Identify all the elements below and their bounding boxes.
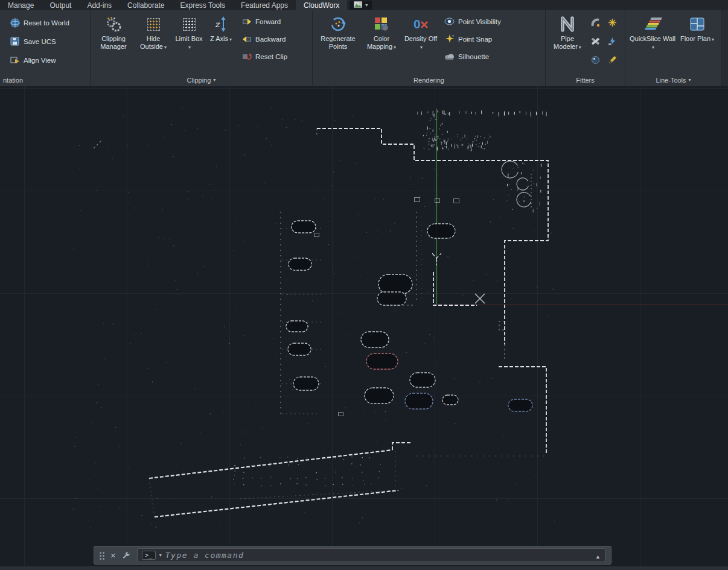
- button-label: Forward: [255, 18, 281, 25]
- color-swatches-icon: [374, 13, 389, 35]
- dotted-box-orange-icon: [147, 13, 160, 35]
- reset-to-world-button[interactable]: Reset to World: [10, 17, 69, 28]
- caret-down-icon: [712, 37, 714, 42]
- tab-collaborate[interactable]: Collaborate: [120, 0, 172, 10]
- z-axis-icon: z: [214, 13, 228, 35]
- drag-grip-icon[interactable]: [100, 551, 105, 560]
- sphere-icon[interactable]: [591, 55, 600, 65]
- button-label: Backward: [255, 36, 286, 43]
- ribbon-empty-area: [722, 10, 728, 86]
- caret-down-icon[interactable]: [159, 553, 162, 558]
- clipping-manager-button[interactable]: Clipping Manager: [95, 11, 132, 74]
- point-visibility-icon: [444, 16, 455, 27]
- panel-label-text: Rendering: [413, 77, 444, 84]
- caret-down-icon: [579, 45, 581, 50]
- button-label: Regenerate Points: [321, 35, 356, 50]
- dotted-box-icon: [183, 13, 196, 35]
- button-label: Z Axis: [210, 35, 228, 42]
- wrench-icon[interactable]: [121, 550, 132, 560]
- tab-manage[interactable]: Manage: [0, 0, 42, 10]
- button-label: Save UCS: [24, 38, 56, 45]
- slice-stack-icon: [642, 13, 663, 35]
- caret-down-icon: [365, 3, 368, 8]
- pipe-modeler-button[interactable]: Pipe Modeler: [550, 11, 585, 74]
- tab-express-tools[interactable]: Express Tools: [172, 0, 232, 10]
- command-input-box[interactable]: [137, 548, 605, 562]
- point-visibility-button[interactable]: Point Visibility: [444, 16, 501, 27]
- panel-label-rendering[interactable]: Rendering: [313, 74, 545, 86]
- button-label: Floor Plan: [680, 35, 710, 42]
- tab-add-ins[interactable]: Add-ins: [79, 0, 120, 10]
- pencil-icon[interactable]: [608, 55, 617, 65]
- caret-up-icon[interactable]: [595, 550, 601, 561]
- tab-label: CloudWorx: [304, 1, 339, 10]
- caret-down-icon: [229, 37, 232, 42]
- button-label: Align View: [24, 57, 56, 64]
- panel-line-tools: QuickSlice Wall Floor Plan Line-Tools: [625, 10, 722, 86]
- forward-button[interactable]: Forward: [241, 16, 287, 27]
- density-off-button[interactable]: 0 Density Off: [404, 11, 438, 74]
- floor-plan-button[interactable]: Floor Plan: [679, 11, 715, 74]
- panel-label-orientation[interactable]: ntation: [0, 74, 90, 86]
- caret-down-icon: [420, 45, 423, 50]
- command-input[interactable]: [165, 551, 592, 560]
- color-mapping-button[interactable]: Color Mapping: [363, 11, 400, 74]
- tab-featured-apps[interactable]: Featured Apps: [233, 0, 296, 10]
- fitters-tool-grid: [587, 11, 621, 74]
- panel-rendering: Regenerate Points Color Mapping 0 Densit…: [313, 10, 546, 86]
- bolt-icon[interactable]: [608, 37, 617, 46]
- hide-outside-button[interactable]: Hide Outside: [136, 11, 171, 74]
- button-label: Density Off: [404, 35, 437, 42]
- caret-down-icon: [213, 78, 216, 83]
- save-ucs-button[interactable]: Save UCS: [10, 36, 69, 46]
- crossed-pipes-icon[interactable]: [591, 37, 600, 46]
- button-label: Clipping Manager: [100, 35, 126, 50]
- panel-label-line-tools[interactable]: Line-Tools: [625, 74, 721, 86]
- gears-icon: [105, 13, 122, 35]
- sparkle-icon[interactable]: [608, 18, 617, 27]
- caret-down-icon: [394, 45, 396, 50]
- status-bar-edge: [0, 566, 728, 570]
- tab-label: Express Tools: [180, 1, 225, 10]
- tab-cloudworx[interactable]: CloudWorx: [296, 0, 347, 10]
- limit-box-button[interactable]: Limit Box: [174, 11, 203, 74]
- forward-icon: [241, 16, 252, 27]
- application-window: Manage Output Add-ins Collaborate Expres…: [0, 0, 728, 570]
- command-prompt-icon: [142, 551, 156, 560]
- regenerate-points-button[interactable]: Regenerate Points: [317, 11, 359, 74]
- point-snap-icon: [444, 34, 455, 44]
- button-label: Silhouette: [458, 53, 489, 60]
- ribbon-tab-bar: Manage Output Add-ins Collaborate Expres…: [0, 0, 728, 10]
- panel-clipping: Clipping Manager Hide Outside Limit Box …: [91, 10, 313, 86]
- panel-label-fitters[interactable]: Fitters: [546, 74, 625, 86]
- close-icon[interactable]: [110, 551, 116, 560]
- tab-label: Collaborate: [127, 1, 164, 10]
- point-cloud-canvas[interactable]: [0, 86, 728, 570]
- button-label: Pipe Modeler: [554, 35, 578, 50]
- tab-label: Featured Apps: [241, 1, 288, 10]
- backward-button[interactable]: Backward: [241, 34, 287, 44]
- z-axis-button[interactable]: z Z Axis: [207, 11, 235, 74]
- button-label: Point Visibility: [458, 18, 501, 25]
- viewport[interactable]: [0, 86, 728, 570]
- tab-label: Output: [49, 1, 71, 10]
- command-bar[interactable]: [94, 546, 611, 565]
- reset-clip-button[interactable]: Reset Clip: [241, 51, 287, 62]
- button-label: Hide Outside: [140, 35, 163, 50]
- panel-label-clipping[interactable]: Clipping: [91, 74, 312, 86]
- refresh-points-icon: [329, 13, 347, 35]
- ribbon: Reset to World Save UCS Align View ntati…: [0, 10, 728, 86]
- floor-plan-icon: [689, 13, 706, 35]
- ribbon-options-button[interactable]: [350, 1, 372, 10]
- align-view-button[interactable]: Align View: [10, 55, 69, 65]
- tab-output[interactable]: Output: [42, 0, 79, 10]
- point-snap-button[interactable]: Point Snap: [444, 34, 501, 44]
- caret-down-icon: [164, 45, 167, 50]
- quickslice-wall-button[interactable]: QuickSlice Wall: [630, 11, 675, 74]
- globe-icon: [10, 17, 20, 28]
- floppy-icon: [10, 36, 20, 46]
- reset-clip-icon: [241, 51, 252, 62]
- silhouette-button[interactable]: Silhouette: [444, 51, 501, 62]
- pipe-icon: [558, 13, 576, 35]
- elbow-fitting-icon[interactable]: [591, 18, 600, 27]
